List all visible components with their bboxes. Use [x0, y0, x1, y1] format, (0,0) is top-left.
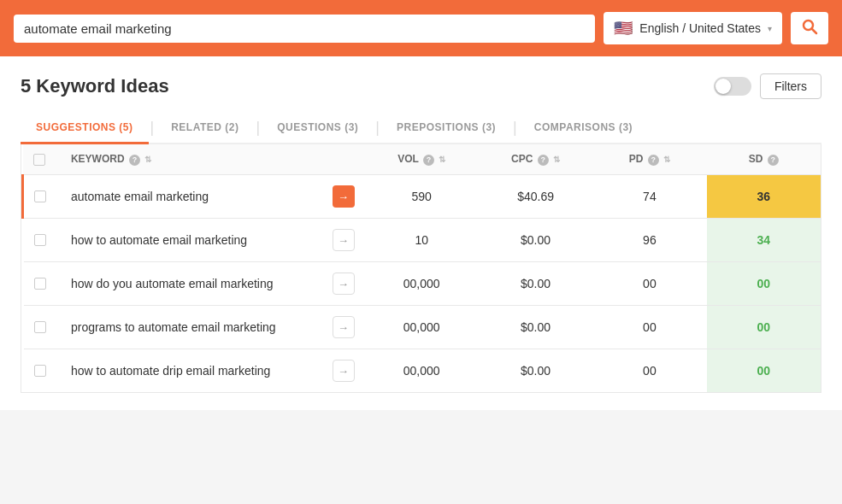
keyword-arrow-button[interactable]: →	[333, 229, 355, 251]
keyword-arrow-button[interactable]: →	[333, 185, 355, 208]
locale-selector[interactable]: 🇺🇸 English / United States ▾	[604, 12, 782, 44]
th-vol: VOL ? ⇅	[365, 144, 479, 175]
keyword-with-arrow: how do you automate email marketing →	[71, 273, 355, 295]
table-row: how to automate email marketing → 10 $0.…	[23, 219, 821, 262]
cpc-col-label: CPC	[511, 153, 533, 165]
filters-button[interactable]: Filters	[760, 73, 821, 99]
th-keyword: KEYWORD ? ⇅	[61, 144, 365, 175]
sd-value: 34	[707, 223, 821, 257]
tab-related[interactable]: RELATED (2)	[156, 113, 254, 144]
row-checkbox-cell	[23, 262, 61, 306]
row-sd-cell: 00	[707, 306, 821, 349]
row-sd-cell: 00	[707, 262, 821, 306]
keyword-text: how do you automate email marketing	[71, 277, 326, 290]
sd-value: 00	[707, 354, 821, 388]
keyword-info-icon: ?	[129, 155, 140, 166]
chevron-down-icon: ▾	[768, 24, 772, 33]
row-vol-cell: 590	[365, 175, 479, 219]
row-keyword-cell: automate email marketing →	[61, 175, 365, 219]
sd-col-label: SD	[749, 153, 763, 165]
keyword-text: how to automate drip email marketing	[71, 364, 326, 378]
row-checkbox[interactable]	[34, 365, 46, 377]
row-checkbox-cell	[23, 219, 61, 262]
keyword-sort-icon[interactable]: ⇅	[144, 155, 151, 164]
row-cpc-cell: $0.00	[479, 349, 592, 393]
vol-col-label: VOL	[397, 153, 418, 165]
tab-separator-2: |	[254, 119, 262, 137]
row-checkbox[interactable]	[34, 234, 46, 246]
row-cpc-cell: $0.00	[479, 306, 592, 349]
row-sd-cell: 00	[707, 349, 821, 393]
row-checkbox[interactable]	[34, 278, 46, 290]
pd-sort-icon[interactable]: ⇅	[663, 155, 670, 164]
search-button[interactable]	[791, 12, 828, 44]
keyword-text: programs to automate email marketing	[71, 320, 326, 334]
th-sd: SD ?	[707, 144, 821, 175]
tab-questions[interactable]: QUESTIONS (3)	[262, 113, 374, 144]
row-cpc-cell: $40.69	[479, 175, 592, 219]
keyword-with-arrow: how to automate email marketing →	[71, 229, 355, 251]
flag-icon: 🇺🇸	[614, 19, 633, 38]
cpc-sort-icon[interactable]: ⇅	[553, 155, 560, 164]
row-pd-cell: 00	[592, 349, 706, 393]
keyword-text: how to automate email marketing	[71, 233, 326, 247]
row-checkbox[interactable]	[34, 321, 46, 333]
vol-sort-icon[interactable]: ⇅	[439, 155, 445, 164]
th-select-all	[23, 144, 61, 175]
vol-info-icon: ?	[423, 155, 434, 166]
row-pd-cell: 00	[592, 262, 706, 306]
keyword-with-arrow: how to automate drip email marketing →	[71, 360, 355, 382]
search-input[interactable]	[24, 21, 585, 36]
pd-info-icon: ?	[648, 155, 659, 166]
row-pd-cell: 00	[592, 306, 706, 349]
keyword-table: KEYWORD ? ⇅ VOL ? ⇅ CPC ? ⇅	[21, 144, 821, 392]
toggle-knob	[715, 79, 731, 94]
select-all-checkbox[interactable]	[33, 154, 45, 166]
row-keyword-cell: how do you automate email marketing →	[61, 262, 365, 306]
search-bar: 🇺🇸 English / United States ▾	[0, 0, 842, 56]
row-checkbox-cell	[23, 175, 61, 219]
row-sd-cell: 34	[707, 219, 821, 262]
sd-value: 36	[707, 179, 821, 214]
keyword-arrow-button[interactable]: →	[333, 360, 355, 382]
th-pd: PD ? ⇅	[592, 144, 706, 175]
tab-prepositions[interactable]: PREPOSITIONS (3)	[381, 113, 511, 144]
main-content: 5 Keyword Ideas Filters SUGGESTIONS (5) …	[0, 56, 842, 410]
tab-separator-1: |	[149, 119, 156, 137]
search-input-wrapper	[14, 15, 595, 43]
row-cpc-cell: $0.00	[479, 262, 592, 306]
keyword-count: 5 Keyword Ideas	[21, 75, 169, 97]
pd-col-label: PD	[629, 153, 644, 165]
row-vol-cell: 00,000	[365, 262, 479, 306]
row-sd-cell: 36	[707, 175, 821, 219]
tab-suggestions[interactable]: SUGGESTIONS (5)	[21, 113, 149, 144]
table-wrapper: KEYWORD ? ⇅ VOL ? ⇅ CPC ? ⇅	[21, 144, 821, 393]
row-keyword-cell: programs to automate email marketing →	[61, 306, 365, 349]
tabs: SUGGESTIONS (5) | RELATED (2) | QUESTION…	[21, 113, 821, 144]
tab-comparisons[interactable]: COMPARISONS (3)	[519, 113, 648, 144]
sd-value: 00	[707, 267, 821, 301]
row-keyword-cell: how to automate email marketing →	[61, 219, 365, 262]
toggle-switch[interactable]	[714, 77, 751, 96]
tab-separator-3: |	[374, 119, 381, 137]
keyword-with-arrow: automate email marketing →	[71, 185, 355, 208]
table-container: KEYWORD ? ⇅ VOL ? ⇅ CPC ? ⇅	[21, 144, 821, 393]
tab-separator-4: |	[511, 119, 519, 137]
keyword-arrow-button[interactable]: →	[333, 273, 355, 295]
keyword-col-label: KEYWORD	[71, 153, 125, 165]
locale-label: English / United States	[639, 21, 761, 35]
table-row: programs to automate email marketing → 0…	[23, 306, 821, 349]
row-cpc-cell: $0.00	[479, 219, 592, 262]
keyword-with-arrow: programs to automate email marketing →	[71, 316, 355, 338]
row-checkbox-cell	[23, 306, 61, 349]
row-keyword-cell: how to automate drip email marketing →	[61, 349, 365, 393]
keyword-arrow-button[interactable]: →	[333, 316, 355, 338]
table-header-row: KEYWORD ? ⇅ VOL ? ⇅ CPC ? ⇅	[23, 144, 821, 175]
row-vol-cell: 00,000	[365, 349, 479, 393]
keyword-text: automate email marketing	[71, 190, 326, 203]
sd-info-icon: ?	[768, 155, 779, 166]
table-row: how to automate drip email marketing → 0…	[23, 349, 821, 393]
filters-row: Filters	[714, 73, 821, 99]
svg-line-1	[812, 28, 817, 33]
row-checkbox[interactable]	[34, 190, 46, 202]
